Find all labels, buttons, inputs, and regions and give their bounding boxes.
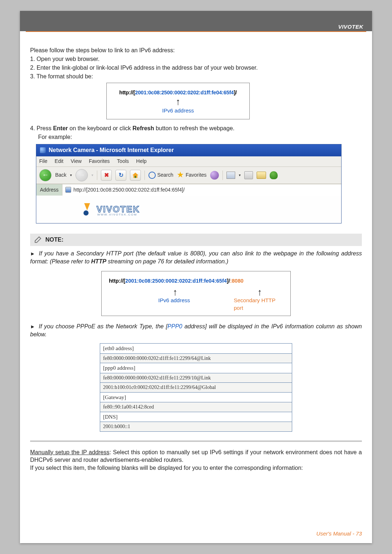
eth0-header: [eth0 address]: [100, 344, 292, 354]
gateway-value: fe80::90:1a00:4142:8ced: [100, 402, 292, 412]
home-button[interactable]: [130, 170, 141, 181]
up-arrow-icon: ↑: [176, 97, 180, 106]
page-icon: [65, 187, 71, 193]
url1-prefix: http://[: [119, 90, 135, 95]
ie-addressbar: Address http://[2001:0c08:2500:0002:0202…: [36, 184, 341, 196]
page: VIVOTEK Please follow the steps below to…: [20, 11, 372, 543]
manual-rest2: If you select this item, the following b…: [30, 465, 303, 471]
back-dropdown-icon[interactable]: ▾: [70, 173, 72, 178]
edit-button[interactable]: [257, 172, 266, 179]
url2-prefix: http://[: [109, 278, 125, 284]
url-format-box-1: http://[2001:0c08:2500:0002:0202:d1ff:fe…: [106, 83, 250, 119]
address-value: http://[2001:0c08:2500:0002:0202:d1ff:fe…: [73, 186, 184, 193]
url1-label-ipv6: IPv6 address: [162, 107, 194, 115]
back-label: Back: [55, 172, 66, 178]
url2-ipv6: 2001:0c08:2500:0002:0202:d1ff:fe04:65f4: [125, 278, 227, 284]
address-field[interactable]: http://[2001:0c08:2500:0002:0202:d1ff:fe…: [62, 184, 341, 196]
star-icon: ★: [177, 169, 184, 180]
url2-line: http://[2001:0c08:2500:0002:0202:d1ff:fe…: [107, 277, 285, 284]
url1-labels: IPv6 address: [112, 107, 244, 115]
note-p1b: streaming on page 76 for detailed inform…: [106, 258, 228, 264]
eth0-value: fe80:0000:0000:0000:0202:d1ff:fe11:2299/…: [100, 354, 292, 363]
intro-line: Please follow the steps below to link to…: [30, 46, 362, 54]
s4b: on the keyboard or click: [68, 125, 132, 131]
address-label: Address: [36, 184, 62, 196]
print-button[interactable]: [244, 171, 253, 179]
url1-suffix: ]/: [234, 90, 237, 95]
ie-window: Network Camera - Microsoft Internet Expl…: [36, 144, 342, 223]
vivotek-sub: WWW.VIVOTEK.COM: [97, 213, 137, 217]
url1-ipv6: 2001:0c08:2500:0002:0202:d1ff:fe04:65f4: [135, 90, 234, 95]
page-footer: User's Manual - 73: [20, 530, 372, 543]
grey-rule: [30, 440, 362, 442]
ie-menubar: File Edit View Favorites Tools Help: [36, 156, 341, 167]
pencil-icon: [34, 236, 42, 244]
gateway-header: [Gateway]: [100, 392, 292, 402]
url2-mid: ]/: [227, 278, 230, 284]
forward-button[interactable]: →: [75, 169, 88, 181]
manual-setup-block: Manually setup the IP address: Select th…: [30, 448, 362, 472]
favorites-label: Favorites: [185, 172, 207, 178]
step-4-block: 4. Press Enter on the keyboard or click …: [30, 124, 362, 141]
triangle-icon-2: ►: [30, 324, 35, 329]
refresh-button[interactable]: ↻: [115, 170, 126, 181]
brand-text: VIVOTEK: [338, 24, 363, 30]
s4c: button to refresh the webpage.: [154, 125, 234, 131]
step-4: 4. Press Enter on the keyboard or click …: [30, 124, 362, 132]
messenger-button[interactable]: [270, 171, 278, 179]
menu-view[interactable]: View: [71, 158, 82, 165]
mail-button[interactable]: [226, 172, 235, 179]
step-1: 1. Open your web browser.: [30, 55, 362, 63]
search-label: Search: [157, 172, 173, 178]
ppp0-header: [ppp0 address]: [100, 363, 292, 373]
vivotek-mark-icon: [83, 203, 94, 216]
ipv6-info-table: [eth0 address] fe80:0000:0000:0000:0202:…: [100, 343, 292, 431]
note-http-bold: HTTP: [91, 258, 106, 264]
url-format-box-2: http://[2001:0c08:2500:0002:0202:d1ff:fe…: [101, 271, 291, 316]
ie-toolbar: ← Back ▾ → ▾ ✖ ↻ Search ★ Favorites: [36, 167, 341, 184]
ie-title-text: Network Camera - Microsoft Internet Expl…: [49, 146, 174, 154]
enter-bold: Enter: [53, 125, 68, 131]
ie-client-area: VIVOTEK WWW.VIVOTEK.COM: [36, 196, 341, 223]
stop-button[interactable]: ✖: [101, 170, 112, 181]
forward-dropdown-icon[interactable]: ▾: [91, 173, 93, 178]
media-button[interactable]: [210, 171, 219, 180]
note-p2: ► If you choose PPPoE as the Network Typ…: [30, 323, 362, 338]
toolbar-separator-3: [222, 171, 223, 180]
mail-dropdown-icon[interactable]: ▾: [239, 173, 241, 178]
s4a: 4. Press: [30, 125, 53, 131]
ppp0-value-2: 2001:b100:01c0:0002:0202:d1ff:fe11:2299/…: [100, 383, 292, 392]
triangle-icon: ►: [30, 251, 35, 257]
search-icon: [148, 172, 156, 179]
menu-file[interactable]: File: [39, 158, 48, 165]
note-ppp0: PPP0: [167, 323, 182, 329]
url2-arrows: ↑ ↑ IPv6 address Secondary HTTP port: [107, 286, 285, 297]
url2-label-port: Secondary HTTP port: [234, 297, 285, 312]
note-heading-text: NOTE:: [45, 236, 64, 244]
footer-text: User's Manual - 73: [317, 530, 362, 537]
step-3: 3. The format should be:: [30, 73, 362, 81]
toolbar-separator: [97, 171, 97, 180]
refresh-bold: Refresh: [132, 125, 154, 131]
ie-titlebar: Network Camera - Microsoft Internet Expl…: [36, 144, 341, 156]
menu-tools[interactable]: Tools: [117, 158, 129, 165]
step-2: 2. Enter the link-global or link-local I…: [30, 64, 362, 72]
url2-port: :8080: [230, 278, 244, 284]
menu-help[interactable]: Help: [136, 158, 147, 165]
favorites-button[interactable]: ★ Favorites: [177, 169, 207, 180]
menu-edit[interactable]: Edit: [55, 158, 64, 165]
vivotek-logo: VIVOTEK WWW.VIVOTEK.COM: [83, 203, 140, 216]
note-heading-box: NOTE:: [30, 234, 362, 246]
dns-value: 2001:b000::1: [100, 422, 292, 431]
ie-app-icon: [40, 147, 46, 153]
search-button[interactable]: Search: [148, 172, 173, 179]
ppp0-value-1: fe80:0000:0000:0000:0202:d1ff:fe11:2299/…: [100, 373, 292, 383]
back-button[interactable]: ←: [39, 169, 52, 181]
menu-favorites[interactable]: Favorites: [89, 158, 110, 165]
content: Please follow the steps below to link to…: [20, 32, 372, 530]
url1-arrow-row: ↑: [112, 97, 244, 106]
home-icon: [131, 171, 139, 179]
url2-label-ipv6: IPv6 address: [158, 297, 190, 304]
example-line: For example:: [38, 133, 362, 141]
url1-line: http://[2001:0c08:2500:0002:0202:d1ff:fe…: [112, 89, 244, 96]
